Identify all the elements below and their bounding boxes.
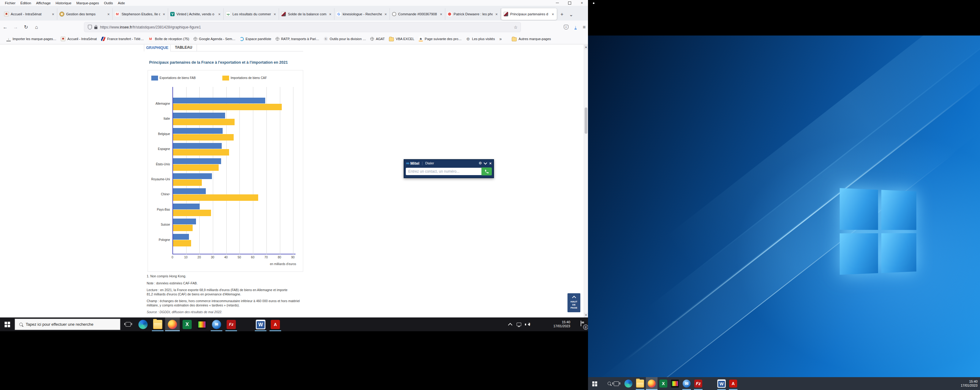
edge-icon[interactable] (623, 377, 634, 390)
bookmark-les-plus-visit-s[interactable]: Les plus visités (464, 36, 497, 41)
bookmark-ratp-transports-pari[interactable]: RATP, transports à Pari… (274, 36, 321, 41)
filezilla-icon[interactable]: Fz (692, 377, 704, 390)
remote-tool-icon[interactable] (239, 317, 253, 331)
browser-tab-stephenson-etudes-ile-d[interactable]: Stephenson Etudes, Ile d× (113, 8, 168, 20)
task-view-icon[interactable] (126, 322, 131, 327)
minimize-button[interactable] (551, 0, 563, 6)
filezilla-icon[interactable]: Fz (224, 317, 239, 331)
taskbar-search-box[interactable]: Tapez ici pour effectuer une recherche (15, 319, 120, 330)
maximize-button[interactable] (563, 0, 576, 6)
pocket-icon[interactable]: ∨ (564, 25, 568, 29)
start-button[interactable] (592, 381, 597, 386)
downloads-icon[interactable]: ↓ (574, 25, 577, 29)
reload-icon[interactable]: ↻ (21, 24, 31, 30)
word-icon[interactable] (253, 317, 268, 331)
close-icon[interactable]: × (489, 161, 492, 166)
menu-aide[interactable]: Aide (115, 1, 127, 5)
browser-tab-kinesiologue-recherche[interactable]: kinesiologue - Recherche× (334, 8, 390, 20)
list-tabs-icon[interactable]: ⌄ (566, 9, 576, 20)
tab-close-icon[interactable]: × (495, 12, 498, 16)
browser-tab-solde-de-la-balance-com[interactable]: Solde de la balance com× (279, 8, 334, 20)
tray-chevron-up-icon[interactable] (508, 323, 512, 327)
edge-icon[interactable] (136, 317, 150, 331)
menu-dition[interactable]: Édition (18, 1, 34, 5)
scroll-up-icon[interactable]: ▲ (584, 45, 588, 49)
acrobat-icon[interactable]: A (727, 377, 739, 390)
call-button[interactable] (481, 168, 492, 175)
mitel-header[interactable]: ∞ Mitel | Dialer ⚙ × (404, 160, 493, 166)
acrobat-icon[interactable]: A (268, 317, 283, 331)
explorer-icon[interactable] (150, 317, 165, 331)
bookmark-vba-excel[interactable]: VBA EXCEL (387, 36, 417, 41)
menu-historique[interactable]: Historique (53, 1, 74, 5)
bookmark-bo-te-de-r-ception-75[interactable]: Boîte de réception (75) (146, 36, 191, 41)
tab-close-icon[interactable]: × (162, 12, 166, 16)
tab-close-icon[interactable]: × (328, 12, 332, 16)
menu-affichage[interactable]: Affichage (34, 1, 53, 5)
lock-icon[interactable] (94, 27, 97, 29)
bookmark-google-agenda-sem[interactable]: Google Agenda - Sem… (191, 36, 238, 41)
bookmark-other[interactable]: Autres marque-pages (510, 37, 553, 41)
browser-tab-les-r-sultats-du-commer[interactable]: Les résultats du commer× (224, 8, 279, 20)
word-icon[interactable] (716, 377, 727, 390)
browser-tab-principaux-partenaires-d[interactable]: Principaux partenaires d× (501, 8, 557, 20)
browser-tab-vinted-ach-te-vends-o[interactable]: Vinted | Achète, vends o× (168, 8, 224, 20)
thunderbird-icon[interactable]: ✉ (209, 317, 224, 331)
tab-graphique[interactable]: GRAPHIQUE (144, 45, 170, 51)
tracking-protection-shield-icon[interactable] (88, 25, 92, 29)
url-bar[interactable]: https://www.insee.fr/fr/statistiques/238… (84, 22, 520, 32)
tab-close-icon[interactable]: × (551, 12, 555, 16)
search-icon[interactable] (608, 382, 611, 385)
tab-tableau[interactable]: TABLEAU (170, 45, 197, 51)
excel-icon[interactable]: X (657, 377, 669, 390)
bookmark-france-transfert-t-l[interactable]: France transfert - Télé… (99, 36, 146, 41)
back-to-top-button[interactable]: HAUTDEPAGE (568, 293, 580, 312)
scrollbar-thumb[interactable] (585, 108, 587, 134)
tab-close-icon[interactable]: × (51, 12, 55, 16)
tab-close-icon[interactable]: × (384, 12, 387, 16)
tab-close-icon[interactable]: × (273, 12, 277, 16)
bookmark-star-icon[interactable]: ☆ (514, 25, 517, 30)
scrollbar[interactable]: ▲ ▼ (584, 45, 588, 317)
tab-close-icon[interactable]: × (107, 12, 110, 16)
clock[interactable]: 15:40 17/01/2023 (554, 320, 570, 328)
media-icon[interactable] (194, 317, 209, 331)
bookmark-espace-pan-liste[interactable]: Espace panéliste (238, 36, 274, 41)
app-menu-icon[interactable]: ≡ (583, 24, 585, 30)
menu-fichier[interactable]: Fichier (2, 1, 18, 5)
media-icon[interactable] (669, 377, 681, 390)
bookmark-importer-les-marque-pages[interactable]: Importer les marque-pages… (4, 36, 59, 41)
browser-tab-patrick-dewaere-les-pho[interactable]: Patrick Dewaere : les pho× (445, 8, 501, 20)
tab-close-icon[interactable]: × (218, 12, 221, 16)
bookmark-agat[interactable]: AGAT (368, 36, 387, 41)
firefox-icon[interactable] (165, 317, 180, 331)
url-text[interactable]: https://www.insee.fr/fr/statistiques/238… (100, 25, 511, 29)
new-tab-button[interactable]: + (557, 9, 566, 20)
clock[interactable]: 15:40 17/01/2023 (961, 380, 978, 388)
browser-tab-accueil-intras-nat[interactable]: Accueil - IntraSénat× (2, 8, 57, 20)
bookmark-accueil-intras-nat[interactable]: Accueil - IntraSénat (59, 36, 99, 41)
speaker-icon[interactable] (526, 323, 530, 326)
chevron-down-icon[interactable] (484, 161, 487, 164)
bookmark-outils-pour-la-division[interactable]: Outils pour la division … (321, 36, 368, 41)
menu-marque-pages[interactable]: Marque-pages (74, 1, 101, 5)
start-button[interactable] (5, 322, 10, 327)
dialer-search-input[interactable] (406, 168, 485, 175)
browser-tab-gestion-des-temps[interactable]: Gestion des temps× (57, 8, 113, 20)
thunderbird-icon[interactable]: ✉ (681, 377, 692, 390)
excel-icon[interactable]: X (180, 317, 194, 331)
bookmark-page-suivante-des-pro[interactable]: Page suivante des pro… (417, 36, 464, 41)
tab-close-icon[interactable]: × (439, 12, 443, 16)
close-button[interactable]: × (576, 0, 588, 6)
remote-tool-icon[interactable] (704, 377, 716, 390)
menu-outils[interactable]: Outils (101, 1, 115, 5)
home-icon[interactable]: ⌂ (31, 24, 41, 30)
task-view-icon[interactable] (614, 381, 619, 386)
browser-tab-commande-000367908[interactable]: Commande #000367908× (390, 8, 445, 20)
firefox-icon[interactable] (646, 377, 657, 390)
forward-icon[interactable]: → (10, 24, 21, 30)
gear-icon[interactable]: ⚙ (479, 161, 482, 165)
network-icon[interactable] (517, 323, 521, 326)
back-icon[interactable]: ← (0, 24, 10, 30)
bookmarks-overflow-icon[interactable]: » (499, 36, 502, 41)
